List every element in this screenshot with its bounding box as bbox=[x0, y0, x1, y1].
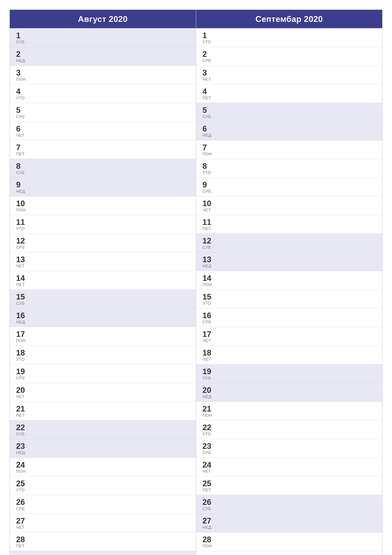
day-name: ПЕТ bbox=[16, 544, 25, 548]
day-name: ЧЕТ bbox=[202, 469, 211, 473]
day-number: 13 bbox=[16, 255, 25, 264]
day-name: ПЕТ bbox=[202, 226, 211, 231]
day-cell: 5СУБ bbox=[199, 104, 214, 120]
day-number: 11 bbox=[16, 218, 25, 226]
day-row: 28ПЕТ bbox=[10, 532, 196, 551]
day-row: 23СРЕ bbox=[196, 439, 382, 458]
day-name: СРЕ bbox=[16, 507, 25, 511]
day-name: СРЕ bbox=[202, 320, 211, 324]
day-row: 28ПОН bbox=[196, 532, 382, 551]
day-cell: 17ПОН bbox=[13, 328, 29, 344]
day-row: 1УТО bbox=[196, 28, 382, 47]
day-number: 13 bbox=[202, 255, 212, 264]
day-cell: 25ПЕТ bbox=[199, 478, 214, 494]
day-number: 23 bbox=[16, 442, 25, 451]
day-cell: 2СРЕ bbox=[199, 48, 214, 64]
day-cell: 28ПОН bbox=[199, 534, 215, 550]
day-cell: 21ПЕТ bbox=[13, 403, 28, 419]
day-cell: 4УТО bbox=[13, 86, 28, 102]
day-row: 11УТО bbox=[10, 215, 196, 234]
day-number: 16 bbox=[16, 311, 25, 320]
day-number: 4 bbox=[202, 87, 211, 96]
day-name: ПЕТ bbox=[202, 357, 211, 361]
day-name: СУБ bbox=[16, 432, 25, 436]
day-cell: 1УТО bbox=[199, 29, 214, 45]
day-cell: 20НЕД bbox=[199, 384, 215, 400]
day-row: 9СРЕ bbox=[196, 177, 382, 196]
day-cell: 3ПОН bbox=[13, 67, 29, 83]
day-name: ПЕТ bbox=[16, 152, 25, 156]
day-cell: 10ЧЕТ bbox=[199, 197, 214, 214]
day-name: ПЕТ bbox=[16, 413, 25, 417]
day-cell: 19СРЕ bbox=[13, 366, 28, 382]
day-row: 19СУБ bbox=[196, 364, 382, 383]
day-number: 9 bbox=[202, 181, 211, 189]
day-number: 19 bbox=[16, 367, 25, 376]
day-number: 24 bbox=[202, 460, 211, 469]
day-name: СУБ bbox=[202, 115, 211, 119]
day-cell: 17ЧЕТ bbox=[199, 328, 214, 344]
day-cell: 26СУБ bbox=[199, 496, 214, 512]
day-row: 21ПЕТ bbox=[10, 402, 196, 420]
day-number: 29 bbox=[202, 554, 211, 555]
day-number: 8 bbox=[16, 162, 25, 171]
day-name: СУБ bbox=[202, 376, 211, 380]
day-row: 29УТО bbox=[196, 551, 382, 555]
day-row: 22СУБ bbox=[10, 420, 196, 439]
day-name: СРЕ bbox=[202, 58, 211, 63]
day-name: НЕД bbox=[16, 58, 25, 63]
day-cell: 6ЧЕТ bbox=[13, 123, 28, 139]
day-row: 10ЧЕТ bbox=[196, 196, 382, 215]
day-row: 12СРЕ bbox=[10, 234, 196, 252]
day-number: 26 bbox=[202, 498, 211, 507]
page: Август 20201СУБ2НЕД3ПОН4УТО5СРЕ6ЧЕТ7ПЕТ8… bbox=[0, 0, 392, 555]
day-row: 22УТО bbox=[196, 420, 382, 439]
day-row: 24ПОН bbox=[10, 458, 196, 476]
day-number: 5 bbox=[16, 106, 25, 115]
day-cell: 23СРЕ bbox=[199, 440, 214, 456]
day-number: 6 bbox=[202, 124, 212, 133]
day-cell: 7ПОН bbox=[199, 142, 215, 158]
day-name: НЕД bbox=[202, 133, 212, 137]
day-number: 12 bbox=[16, 236, 25, 245]
day-cell: 23НЕД bbox=[13, 440, 28, 456]
day-cell: 8УТО bbox=[199, 160, 214, 176]
day-name: НЕД bbox=[16, 320, 25, 324]
day-number: 19 bbox=[202, 367, 211, 376]
day-number: 2 bbox=[202, 50, 211, 58]
day-row: 3ПОН bbox=[10, 66, 196, 84]
day-name: ЧЕТ bbox=[16, 133, 25, 137]
day-cell: 13НЕД bbox=[199, 254, 215, 270]
day-cell: 1СУБ bbox=[13, 29, 28, 45]
day-cell: 6НЕД bbox=[199, 123, 215, 139]
day-name: СУБ bbox=[16, 301, 25, 305]
day-cell: 18ПЕТ bbox=[199, 347, 214, 363]
day-row: 17ПОН bbox=[10, 327, 196, 345]
day-cell: 12СРЕ bbox=[13, 235, 28, 251]
day-name: УТО bbox=[16, 488, 25, 492]
day-cell: 4ПЕТ bbox=[199, 86, 214, 102]
day-row: 21ПОН bbox=[196, 402, 382, 420]
day-row: 18УТО bbox=[10, 345, 196, 364]
day-name: ЧЕТ bbox=[16, 264, 25, 268]
day-row: 19СРЕ bbox=[10, 364, 196, 383]
day-cell: 5СРЕ bbox=[13, 104, 28, 120]
day-name: НЕД bbox=[16, 189, 25, 193]
day-cell: 25УТО bbox=[13, 478, 28, 494]
day-name: ПОН bbox=[202, 413, 212, 417]
day-name: ЧЕТ bbox=[16, 394, 25, 399]
day-number: 11 bbox=[202, 218, 211, 226]
day-name: ПОН bbox=[202, 283, 212, 287]
day-cell: 9СРЕ bbox=[199, 179, 214, 195]
day-name: ПЕТ bbox=[202, 488, 211, 492]
day-name: СУБ bbox=[202, 507, 211, 511]
day-number: 9 bbox=[16, 181, 25, 189]
day-name: ЧЕТ bbox=[202, 339, 211, 343]
day-name: НЕД bbox=[16, 451, 25, 455]
day-row: 25ПЕТ bbox=[196, 476, 382, 495]
day-number: 25 bbox=[16, 479, 25, 488]
day-row: 16СРЕ bbox=[196, 308, 382, 327]
day-cell: 7ПЕТ bbox=[13, 142, 28, 158]
day-number: 4 bbox=[16, 87, 25, 96]
day-name: ЧЕТ bbox=[202, 208, 211, 212]
